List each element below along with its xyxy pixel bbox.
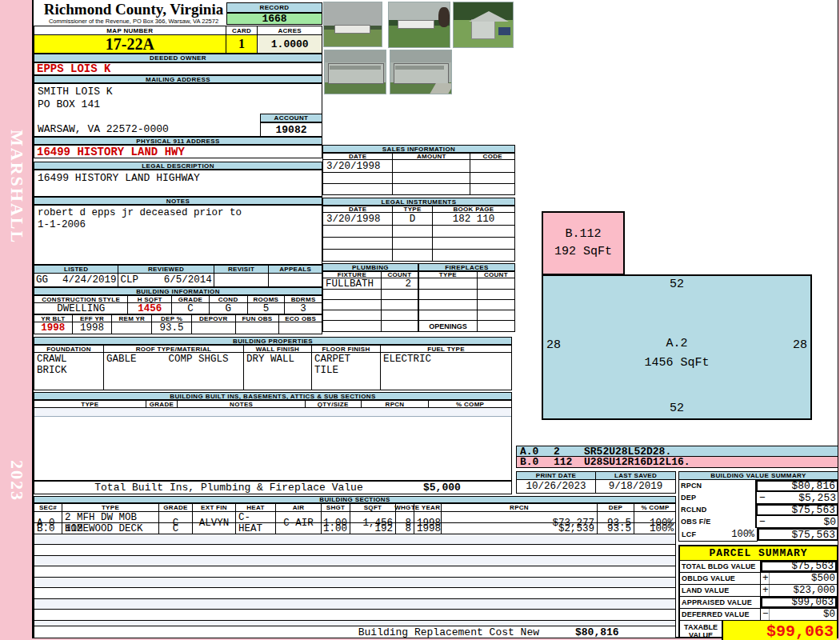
fixture-label: FIXTURE	[323, 272, 382, 278]
bs-b-dep: 93.5	[598, 523, 634, 534]
revisit-label: REVISIT	[214, 266, 270, 273]
deeded-owner-value: EPPS LOIS K	[34, 62, 322, 75]
ecoobs-value	[279, 322, 322, 334]
bs-col-shgt: SHGT	[322, 504, 350, 511]
notes-label: NOTES	[34, 197, 322, 205]
dep-label: DEP %	[152, 315, 192, 322]
rooms-label: ROOMS	[248, 296, 286, 302]
physical-address-value: 16499 HISTORY LAND HWY	[34, 145, 322, 158]
plumbing-row-1: FULLBATH 2	[322, 278, 418, 290]
fuel-type-value: ELECTRIC	[381, 353, 511, 390]
cond-value: G	[210, 303, 248, 314]
bvs-value-lcf: $75,563	[758, 528, 838, 541]
bvs-value-rclnd: $75,563	[756, 504, 838, 516]
photo-3-truck	[498, 27, 510, 35]
bdrms-label: BDRMS	[285, 296, 322, 302]
record-value: 1668	[226, 13, 322, 25]
bs-b-air	[276, 523, 322, 534]
property-photo-1[interactable]	[323, 2, 382, 47]
built-ins-body	[34, 408, 512, 481]
vector-b-count: 112	[554, 456, 584, 468]
fireplace-row-1	[418, 278, 515, 290]
bvs-sign-obs: −	[757, 516, 766, 528]
ps-sign-land: +	[761, 585, 770, 596]
plumbing-count-label: COUNT	[382, 272, 418, 278]
sketch-section-b-sqft: 192 SqFt	[554, 243, 612, 261]
ecoobs-label: ECO OBS	[279, 315, 322, 322]
roof-material-value: COMP SHGLS	[169, 354, 229, 365]
sale-code	[470, 160, 514, 172]
photo-3-shed	[471, 19, 495, 38]
bs-col-comp: % COMP	[634, 504, 676, 511]
mailing-address-label: MAILING ADDRESS	[34, 75, 322, 83]
photo-3-shed-roof	[469, 11, 509, 22]
roof-type-value: GABLE	[106, 354, 137, 365]
construction-style-label: CONSTRUCTION STYLE	[34, 296, 128, 302]
bs-col-dep: DEP	[598, 504, 634, 511]
property-photo-5[interactable]	[390, 50, 452, 94]
bs-b-sqft: 192	[350, 523, 396, 534]
cond-label: COND	[210, 296, 248, 302]
bs-b-heat	[236, 523, 276, 534]
reviewed-label: REVIEWED	[118, 266, 214, 273]
print-date-label: PRINT DATE	[517, 472, 596, 479]
mailing-line-2: PO BOX 141	[38, 98, 322, 111]
fuel-type-label: FUEL TYPE	[381, 346, 511, 352]
plumbing-row-2	[322, 290, 418, 300]
construction-style-value: DWELLING	[34, 303, 128, 314]
photo-1-house	[334, 25, 370, 34]
appeals-value	[269, 274, 322, 286]
floor-finish-value-2: TILE	[314, 365, 338, 376]
acres-label: ACRES	[258, 26, 322, 34]
legal-row-4	[322, 250, 515, 262]
built-ins-col-grade: GRADE	[146, 401, 178, 407]
bvs-sign-dep: −	[757, 492, 766, 504]
plumbing-title: PLUMBING	[322, 263, 418, 271]
built-ins-col-qty: QTY/SIZE	[306, 401, 362, 407]
rooms-value: 5	[248, 303, 286, 314]
notes-box: robert d epps jr deceased prior to 1-1-2…	[34, 205, 322, 265]
legal-col-date: DATE	[323, 206, 393, 212]
sales-row-2	[322, 173, 515, 184]
account-value: 19082	[260, 122, 322, 137]
fixture-value: FULLBATH	[323, 278, 382, 289]
property-photo-3[interactable]	[453, 2, 514, 48]
building-information-title: BUILDING INFORMATION	[34, 287, 322, 295]
deeded-owner-label: DEEDED OWNER	[34, 54, 322, 62]
bs-b-shgt: 1.00	[322, 523, 350, 534]
bs-col-air: AIR	[276, 504, 322, 511]
print-date-value: 10/26/2023	[517, 480, 596, 493]
sales-row-1: 3/20/1998	[322, 160, 515, 173]
openings-value	[478, 321, 514, 331]
building-value-summary: RPCN $80,816 DEP − $5,253 RCLND $75,563 …	[678, 480, 838, 541]
built-ins-total-label: Total Built Ins, Plumbing & Fireplace Va…	[34, 482, 423, 494]
card-label: CARD	[226, 26, 258, 34]
bvs-value-dep: $5,253	[766, 492, 838, 504]
dep-value: 93.5	[152, 322, 192, 334]
floor-finish-label: FLOOR FINISH	[312, 346, 381, 352]
depovr-label: DEPOVR	[192, 315, 236, 322]
bs-b-extfin	[193, 523, 236, 534]
property-photo-4[interactable]	[324, 50, 386, 94]
bs-b-rpcn: $2,539	[442, 523, 598, 534]
sales-information-title: SALES INFORMATION	[322, 145, 515, 153]
listed-date: 4/24/2019	[62, 274, 117, 286]
bvs-label-dep: DEP	[678, 492, 756, 505]
legal-col-type: TYPE	[393, 206, 433, 212]
ps-value-obldg: $500	[770, 573, 837, 584]
bs-b-comp: 100%	[634, 523, 676, 534]
legal-row-1: 3/20/1998 D 182 110	[322, 213, 515, 226]
photo-2-tree	[438, 7, 450, 27]
fireplace-row-2	[418, 290, 515, 300]
funobs-value	[236, 322, 280, 334]
built-ins-col-type: TYPE	[34, 401, 146, 407]
depovr-value	[192, 322, 236, 334]
last-saved-label: LAST SAVED	[596, 472, 675, 479]
bs-b-type: 112 WOOD DECK	[62, 523, 159, 534]
ps-value-appraised: $99,063	[761, 597, 837, 608]
fireplace-row-4	[418, 310, 515, 321]
foundation-value-2: BRICK	[37, 365, 67, 376]
property-photo-2[interactable]	[388, 2, 450, 48]
bs-col-sqft: SQFT	[350, 504, 396, 511]
notes-line-1: robert d epps jr deceased prior to	[38, 207, 322, 219]
